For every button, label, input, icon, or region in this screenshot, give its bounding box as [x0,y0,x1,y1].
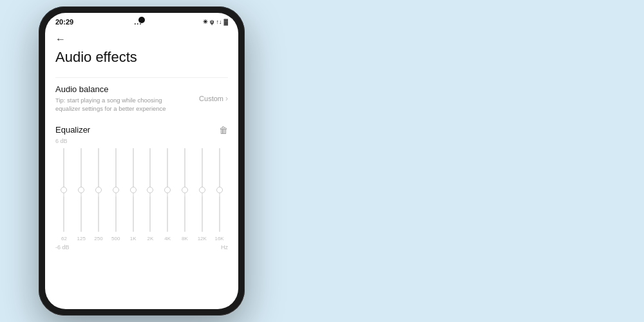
slider-fill-bottom [219,196,220,232]
eq-bottom-row: -6 dB Hz [55,242,228,251]
slider-fill-top [63,148,64,190]
slider-track [219,148,220,232]
slider-fill-bottom [149,196,151,232]
slider-track [149,148,151,232]
slider-track [167,148,168,232]
eq-band[interactable]: 16K [211,148,228,242]
equalizer-header: Equalizer 🗑 [55,125,228,135]
eq-band[interactable]: 250 [90,148,108,242]
slider-thumb[interactable] [164,187,171,193]
slider-fill-bottom [98,196,99,232]
eq-db-top-label: 6 dB [55,138,228,144]
band-freq-label: 125 [77,236,86,242]
slider-thumb[interactable] [113,187,119,193]
audio-balance-label: Audio balance [55,84,184,94]
slider-thumb[interactable] [95,187,102,193]
slider-thumb[interactable] [199,187,205,193]
eq-band[interactable]: 1K [124,148,142,242]
band-freq-label: 12K [198,236,207,242]
slider-track [80,148,82,232]
slider-fill-bottom [63,196,64,232]
eq-band[interactable]: 125 [73,148,90,242]
app-content: ← Audio effects Audio balance Tip: start… [45,28,238,309]
band-freq-label: 4K [164,236,171,242]
phone-wrapper: 20:29 ... ✳ ψ ↑↓ ▓ ← Audio effects Audio… [39,6,245,316]
band-freq-label: 500 [111,236,120,242]
eq-band[interactable]: 4K [159,148,176,242]
slider-thumb[interactable] [216,187,223,193]
band-freq-label: 16K [214,236,223,242]
audio-balance-value-row: Custom › [199,94,228,103]
slider-fill-bottom [115,196,117,232]
band-freq-label: 1K [130,236,137,242]
eq-db-bottom-label: -6 dB [55,244,70,251]
slider-fill-top [167,148,168,190]
eq-band[interactable]: 62 [55,148,73,242]
page-title: Audio effects [55,49,228,66]
slider-fill-bottom [184,196,185,232]
equalizer-bands: 621252505001K2K4K8K12K16K [55,148,228,242]
slider-thumb[interactable] [78,187,84,193]
slider-track [98,148,99,232]
slider-fill-top [80,148,82,190]
slider-fill-bottom [133,196,134,232]
slider-track [133,148,134,232]
slider-thumb[interactable] [130,187,137,193]
signal-icon: ↑↓ [216,19,222,25]
slider-thumb[interactable] [61,187,67,193]
back-button[interactable]: ← [55,28,228,49]
slider-thumb[interactable] [147,187,153,193]
camera-area [138,17,145,23]
slider-track [202,148,203,232]
chevron-right-icon: › [225,94,228,103]
battery-icon: ▓ [223,19,228,25]
slider-track [115,148,117,232]
camera-dot [138,17,145,23]
wifi-icon: ψ [210,19,214,25]
band-freq-label: 250 [94,236,102,242]
eq-band[interactable]: 12K [193,148,211,242]
slider-fill-top [149,148,151,190]
slider-fill-bottom [202,196,203,232]
status-icons: ✳ ψ ↑↓ ▓ [203,19,228,25]
band-freq-label: 2K [147,236,153,242]
audio-balance-tip: Tip: start playing a song while choosing… [55,96,184,113]
slider-fill-top [202,148,203,190]
slider-fill-bottom [167,196,168,232]
phone-screen: 20:29 ... ✳ ψ ↑↓ ▓ ← Audio effects Audio… [45,13,238,309]
eq-hz-label: Hz [221,244,228,251]
audio-balance-row[interactable]: Audio balance Tip: start playing a song … [55,77,228,120]
slider-fill-top [219,148,220,190]
slider-fill-top [133,148,134,190]
slider-track [184,148,185,232]
band-freq-label: 62 [61,236,67,242]
slider-thumb[interactable] [182,187,188,193]
band-freq-label: 8K [182,236,188,242]
slider-fill-top [115,148,117,190]
slider-fill-top [184,148,185,190]
audio-balance-info: Audio balance Tip: start playing a song … [55,84,184,113]
slider-fill-bottom [80,196,82,232]
equalizer-title: Equalizer [55,125,90,135]
eq-band[interactable]: 2K [142,148,159,242]
eq-band[interactable]: 8K [176,148,194,242]
status-bar: 20:29 ... ✳ ψ ↑↓ ▓ [45,13,238,28]
bluetooth-icon: ✳ [203,19,208,25]
slider-track [63,148,64,232]
eq-band[interactable]: 500 [107,148,124,242]
audio-balance-value: Custom [199,95,223,102]
slider-fill-top [98,148,99,190]
trash-icon[interactable]: 🗑 [219,125,228,135]
status-time: 20:29 [55,18,73,26]
